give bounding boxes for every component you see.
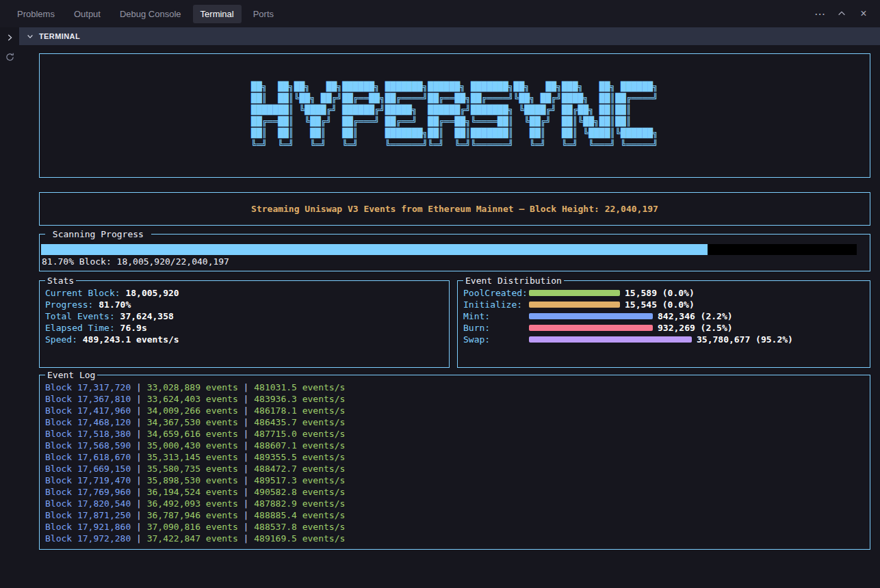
progress-box-title: Scanning Progress [45,229,151,239]
stats-box-title: Stats [45,276,76,286]
stats-box: Stats Current Block: 18,005,920Progress:… [39,280,450,368]
stats-distribution-row: Stats Current Block: 18,005,920Progress:… [39,280,870,368]
event-log-line: Block 17,871,250 | 36,787,946 events | 4… [45,509,864,521]
tab-ports[interactable]: Ports [246,5,281,23]
panel-body: TERMINAL ██╗ ██╗██╗ ██╗██████╗ ███████╗█… [0,27,880,588]
banner-box: ██╗ ██╗██╗ ██╗██████╗ ███████╗██████╗ ██… [39,53,870,178]
distribution-bar [529,325,653,331]
event-log-title: Event Log [45,370,97,380]
distribution-row: Mint:842,346 (2.2%) [463,310,864,322]
event-log-line: Block 17,618,670 | 35,313,145 events | 4… [45,451,864,463]
event-log-line: Block 17,921,860 | 37,090,816 events | 4… [45,521,864,533]
event-log-line: Block 17,518,380 | 34,659,616 events | 4… [45,428,864,440]
tab-debug-console[interactable]: Debug Console [112,5,189,23]
maximize-panel-icon[interactable] [833,5,850,22]
terminal-panel-header[interactable]: TERMINAL [19,27,880,45]
event-log-line: Block 17,972,280 | 37,422,847 events | 4… [45,533,864,544]
terminal-side-strip [0,27,19,588]
distribution-bar [529,336,692,343]
distribution-row: Initialize:15,545 (0.0%) [463,299,864,310]
distribution-bar [529,302,620,308]
close-panel-icon[interactable]: × [855,5,872,22]
tab-terminal[interactable]: Terminal [193,5,242,23]
stat-row: Progress: 81.70% [45,299,443,310]
distribution-row: Burn:932,269 (2.5%) [463,322,864,334]
event-distribution-box: Event Distribution PoolCreated:15,589 (0… [457,280,870,368]
progress-bar-fill [41,244,708,255]
event-log-line: Block 17,568,590 | 35,000,430 events | 4… [45,440,864,451]
event-log-line: Block 17,820,540 | 36,492,093 events | 4… [45,498,864,509]
distribution-row: PoolCreated:15,589 (0.0%) [463,287,864,299]
distribution-bar [529,313,653,319]
terminal-content: ██╗ ██╗██╗ ██╗██████╗ ███████╗██████╗ ██… [19,45,880,588]
progress-bar [41,244,857,255]
panel-titlebar: ProblemsOutputDebug ConsoleTerminalPorts… [0,0,880,27]
progress-label: 81.70% Block: 18,005,920/22,040,197 [41,256,857,268]
tab-problems[interactable]: Problems [10,5,62,23]
distribution-list: PoolCreated:15,589 (0.0%)Initialize:15,5… [463,287,864,345]
event-log-line: Block 17,719,470 | 35,898,530 events | 4… [45,475,864,486]
event-log-line: Block 17,769,960 | 36,194,524 events | 4… [45,486,864,498]
progress-box: Scanning Progress 81.70% Block: 18,005,9… [39,234,870,271]
event-log-line: Block 17,417,960 | 34,009,266 events | 4… [45,405,864,416]
ascii-banner: ██╗ ██╗██╗ ██╗██████╗ ███████╗██████╗ ██… [251,81,658,150]
stats-list: Current Block: 18,005,920Progress: 81.70… [45,287,443,345]
panel-tabs: ProblemsOutputDebug ConsoleTerminalPorts [10,5,281,23]
tab-output[interactable]: Output [66,5,108,23]
event-log-line: Block 17,367,810 | 33,624,403 events | 4… [45,393,864,405]
chevron-down-icon [26,32,34,40]
stat-row: Speed: 489,243.1 events/s [45,334,443,345]
stat-row: Total Events: 37,624,358 [45,310,443,322]
refresh-icon[interactable] [5,52,15,62]
distribution-bar [529,290,620,296]
distribution-row: Swap:35,780,677 (95.2%) [463,334,864,345]
more-actions-icon[interactable]: ⋯ [812,5,828,22]
event-log-box: Event Log Block 17,317,720 | 33,028,889 … [39,375,870,550]
event-log-line: Block 17,317,720 | 33,028,889 events | 4… [45,382,864,393]
subtitle-box: Streaming Uniswap V3 Events from Ethereu… [39,192,870,226]
stat-row: Elapsed Time: 76.9s [45,322,443,334]
event-log-line: Block 17,669,150 | 35,580,735 events | 4… [45,463,864,475]
event-distribution-title: Event Distribution [463,276,564,286]
panel-actions: ⋯ × [812,5,880,22]
terminal-column: TERMINAL ██╗ ██╗██╗ ██╗██████╗ ███████╗█… [19,27,880,588]
stream-subtitle: Streaming Uniswap V3 Events from Ethereu… [251,204,658,214]
expand-chevron-icon[interactable] [5,33,14,42]
terminal-panel-title: TERMINAL [39,32,80,40]
stat-row: Current Block: 18,005,920 [45,287,443,299]
event-log-list: Block 17,317,720 | 33,028,889 events | 4… [45,382,864,544]
event-log-line: Block 17,468,120 | 34,367,530 events | 4… [45,416,864,428]
